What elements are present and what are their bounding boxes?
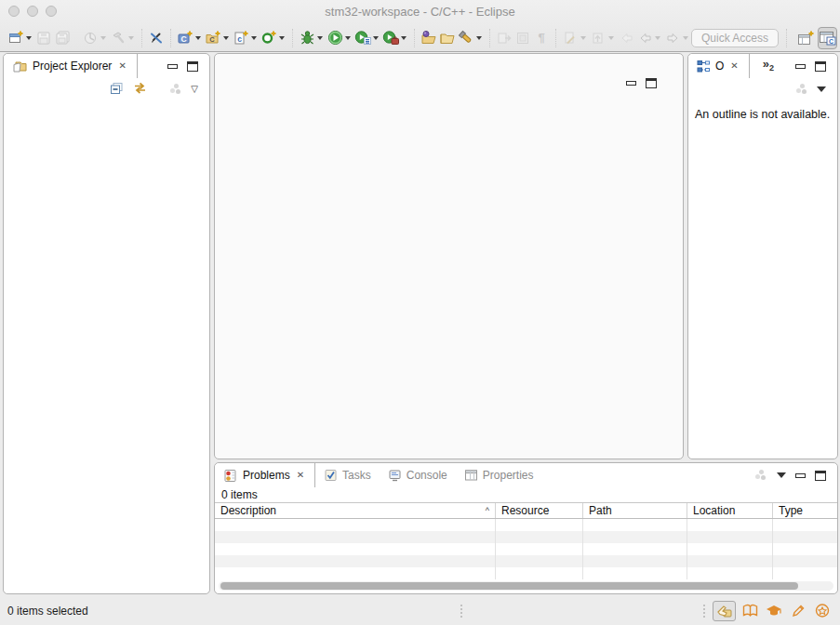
external-tools-button[interactable] — [382, 28, 399, 48]
outline-header: O ✕ » 2 — [688, 54, 837, 78]
eclipse-window: stm32-workspace - C/C++ - Eclipse — [0, 0, 840, 625]
window-title: stm32-workspace - C/C++ - Eclipse — [0, 5, 840, 19]
minimize-view-button[interactable] — [167, 64, 178, 69]
external-tools-dropdown[interactable] — [401, 36, 407, 40]
load-project-button[interactable] — [420, 28, 437, 48]
tab-label: Problems — [243, 469, 290, 482]
back-button[interactable] — [636, 28, 653, 48]
window-chrome: stm32-workspace - C/C++ - Eclipse — [0, 0, 840, 52]
open-perspective-button[interactable] — [797, 27, 815, 49]
new-c-project-icon: C — [177, 30, 193, 46]
collapse-all-icon — [109, 81, 124, 96]
show-selected-element-button[interactable] — [514, 28, 531, 48]
last-edit-location-button[interactable] — [562, 28, 579, 48]
cpp-perspective-button[interactable]: C — [818, 27, 837, 49]
close-icon[interactable]: ✕ — [728, 60, 740, 72]
new-class-button[interactable] — [260, 28, 277, 48]
save-button[interactable] — [35, 28, 52, 48]
run-button[interactable] — [327, 28, 343, 48]
save-all-button[interactable] — [54, 28, 71, 48]
last-edit-dropdown[interactable] — [580, 36, 586, 40]
minimize-view-button[interactable] — [795, 473, 806, 478]
maximize-view-button[interactable] — [187, 61, 198, 72]
properties-icon — [464, 469, 478, 482]
column-header-location[interactable]: Location — [687, 503, 773, 518]
close-window-button[interactable] — [8, 6, 20, 17]
new-source-file-dropdown[interactable] — [251, 36, 257, 40]
scrollbar-thumb[interactable] — [220, 582, 798, 590]
minimize-window-button[interactable] — [27, 6, 38, 17]
build-hammer-icon — [111, 30, 127, 46]
minimize-view-button[interactable] — [795, 64, 806, 69]
trim-drag-handle[interactable] — [460, 605, 462, 618]
zoom-window-button[interactable] — [46, 6, 57, 17]
samples-button[interactable] — [788, 601, 808, 621]
editor-area[interactable] — [214, 53, 684, 459]
open-file-button[interactable] — [439, 28, 456, 48]
maximize-view-button[interactable] — [815, 471, 826, 481]
column-header-resource[interactable]: Resource — [496, 503, 583, 518]
forward-button[interactable] — [664, 28, 681, 48]
tab-properties[interactable]: Properties — [456, 463, 542, 487]
forward-dropdown[interactable] — [683, 36, 688, 40]
new-c-project-button[interactable]: C — [177, 28, 193, 48]
profile-dropdown[interactable] — [373, 36, 379, 40]
profile-button[interactable] — [354, 28, 371, 48]
quick-access-input[interactable] — [691, 29, 779, 47]
whats-new-button[interactable] — [812, 601, 833, 621]
column-header-type[interactable]: Type — [773, 503, 837, 518]
horizontal-scrollbar[interactable] — [219, 581, 833, 591]
debug-button[interactable] — [299, 28, 315, 48]
tab-outline[interactable]: O ✕ — [688, 54, 750, 78]
project-explorer-tree[interactable] — [4, 100, 209, 570]
save-all-icon — [55, 30, 71, 46]
more-views-indicator[interactable]: » 2 — [763, 54, 774, 78]
welcome-back-button[interactable] — [713, 601, 736, 621]
debug-dropdown[interactable] — [317, 36, 323, 40]
view-menu-dropdown[interactable] — [817, 86, 826, 92]
build-button[interactable] — [110, 28, 127, 48]
go-last-edit-dropdown[interactable] — [608, 36, 614, 40]
new-class-dropdown[interactable] — [279, 36, 285, 40]
trim-drag-handle[interactable] — [703, 605, 705, 618]
last-edit-icon — [563, 31, 578, 46]
tab-console[interactable]: Console — [380, 463, 456, 487]
new-source-file-button[interactable]: c — [233, 28, 249, 48]
link-with-editor-toggle[interactable] — [132, 81, 148, 98]
tutorials-button[interactable] — [764, 601, 784, 621]
link-with-editor-button[interactable] — [496, 28, 513, 48]
view-menu-dropdown[interactable] — [777, 472, 786, 478]
new-wizard-button[interactable] — [7, 28, 24, 48]
tab-problems[interactable]: Problems ✕ — [215, 463, 315, 487]
close-icon[interactable]: ✕ — [295, 470, 306, 481]
view-menu-dropdown[interactable]: ▽ — [191, 85, 198, 94]
show-whitespace-button[interactable]: ¶ — [533, 28, 550, 48]
go-to-last-edit-button[interactable] — [590, 28, 607, 48]
tab-tasks[interactable]: Tasks — [315, 463, 380, 487]
build-dropdown[interactable] — [128, 36, 134, 40]
close-icon[interactable]: ✕ — [116, 60, 127, 72]
search-button[interactable] — [458, 28, 474, 48]
maximize-view-button[interactable] — [815, 61, 826, 72]
build-all-dropdown[interactable] — [100, 36, 106, 40]
run-dropdown[interactable] — [345, 36, 351, 40]
minimize-editor-button[interactable] — [626, 81, 636, 86]
new-cpp-project-dropdown[interactable] — [223, 36, 229, 40]
back-anchor-button[interactable] — [618, 28, 634, 48]
toggle-skip-breakpoints-button[interactable] — [148, 28, 165, 48]
collapse-all-button[interactable] — [109, 81, 124, 99]
maximize-editor-button[interactable] — [646, 78, 657, 88]
new-c-project-dropdown[interactable] — [195, 36, 201, 40]
build-all-icon — [83, 31, 98, 46]
build-all-button[interactable] — [82, 28, 99, 48]
search-dropdown[interactable] — [476, 36, 482, 40]
tab-project-explorer[interactable]: Project Explorer ✕ — [4, 54, 138, 78]
column-header-path[interactable]: Path — [583, 503, 687, 518]
back-dropdown[interactable] — [655, 36, 660, 40]
overview-button[interactable] — [740, 601, 760, 621]
project-explorer-toolbar: ▽ — [4, 78, 209, 100]
new-wizard-dropdown[interactable] — [26, 36, 32, 40]
column-header-description[interactable]: Description ^ — [215, 503, 496, 518]
search-flashlight-icon — [459, 30, 474, 46]
new-cpp-project-button[interactable]: C — [205, 28, 221, 48]
